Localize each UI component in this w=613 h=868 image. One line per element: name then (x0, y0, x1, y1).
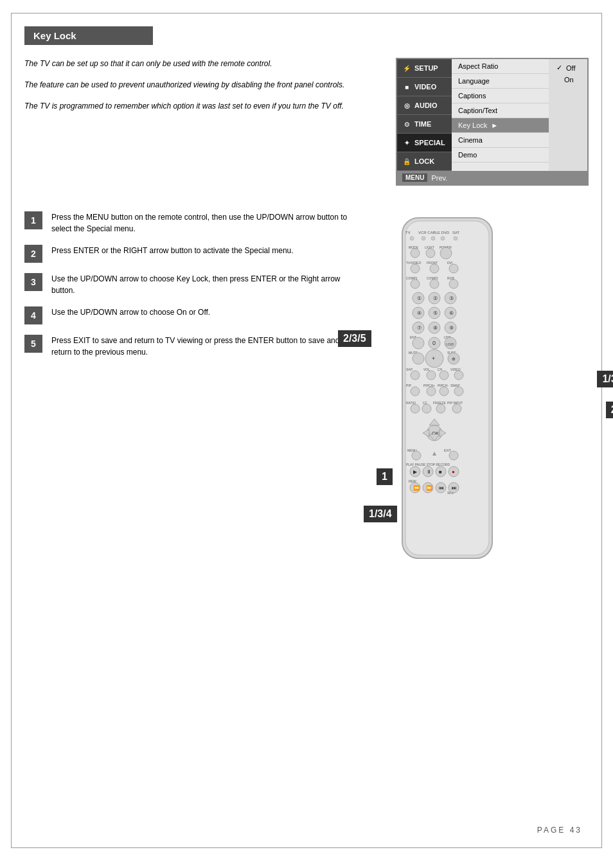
page-title: Key Lock (33, 30, 76, 41)
svg-point-9 (454, 236, 458, 240)
svg-point-75 (454, 387, 463, 396)
step-5-text: Press EXIT to save and return to TV view… (51, 335, 351, 358)
svg-point-83 (452, 404, 461, 413)
page-number: PAGE 43 (537, 826, 582, 835)
svg-point-63 (427, 371, 436, 380)
menu-option-captions[interactable]: Captions (452, 89, 549, 103)
svg-text:SAT: SAT (452, 231, 460, 235)
svg-text:PIPCH+: PIPCH+ (423, 384, 435, 387)
svg-text:USB: USB (446, 342, 454, 346)
badge-1-bottom: 1 (377, 468, 393, 485)
svg-point-65 (440, 371, 449, 380)
svg-point-27 (449, 279, 458, 288)
menu-button-label[interactable]: MENU (402, 173, 427, 182)
step-5: 5 Press EXIT to save and return to TV vi… (24, 335, 351, 358)
menu-submenu: Off On (549, 59, 587, 171)
badge-235: 2/3/5 (338, 330, 371, 347)
svg-text:⏭: ⏭ (452, 485, 457, 491)
lock-icon: 🔒 (402, 157, 411, 166)
svg-point-21 (449, 264, 458, 273)
menu-right-area: Aspect Ratio Language Captions Caption/T… (452, 59, 587, 171)
step-3: 3 Use the UP/DOWN arrow to choose Key Lo… (24, 273, 351, 296)
svg-text:⑤: ⑤ (433, 310, 438, 316)
svg-text:⑧: ⑧ (433, 325, 438, 331)
description-para3: The TV is programmed to remember which o… (24, 100, 377, 112)
svg-point-79 (422, 404, 431, 413)
remote-svg-container: 2/3/5 1 1/3/4 1/3/4 2/3 5 (383, 211, 576, 574)
svg-point-19 (430, 264, 439, 273)
step-2-text: Press ENTER or the RIGHT arrow button to… (51, 245, 294, 256)
remote-svg: TV VCR CABLE DVD SAT MODE LIGHT POWER (383, 211, 511, 571)
svg-point-94 (449, 451, 458, 460)
svg-text:⑦: ⑦ (417, 325, 422, 331)
menu-option-language[interactable]: Language (452, 74, 549, 89)
svg-text:0: 0 (432, 340, 436, 346)
svg-text:③: ③ (449, 296, 454, 301)
step-1-text: Press the MENU button on the remote cont… (51, 211, 351, 235)
key-lock-arrow: ► (491, 121, 498, 129)
menu-option-key-lock[interactable]: Key Lock ► (452, 118, 549, 133)
description-para2: The feature can be used to prevent unaut… (24, 79, 377, 91)
menu-item-audio[interactable]: ◎ AUDIO (397, 96, 452, 115)
menu-item-special[interactable]: ✦ SPECIAL (397, 134, 452, 152)
menu-item-lock[interactable]: 🔒 LOCK (397, 152, 452, 171)
svg-point-25 (430, 279, 439, 288)
svg-text:VOL: VOL (423, 368, 430, 371)
menu-option-demo[interactable]: Demo (452, 148, 549, 163)
svg-text:②: ② (433, 296, 438, 301)
step-5-number: 5 (24, 335, 42, 353)
svg-point-17 (411, 264, 420, 273)
setup-icon: ⚡ (402, 64, 411, 73)
svg-point-61 (411, 371, 420, 380)
menu-option-caption-text[interactable]: Caption/Text (452, 103, 549, 118)
svg-point-13 (426, 249, 435, 258)
menu-item-video[interactable]: ■ VIDEO (397, 78, 452, 96)
section-header: Key Lock (24, 26, 153, 45)
svg-text:■: ■ (439, 469, 442, 475)
svg-point-6 (431, 236, 435, 240)
step-3-text: Use the UP/DOWN arrow to choose Key Lock… (51, 273, 351, 296)
description-para1: The TV can be set up so that it can only… (24, 58, 377, 70)
submenu-on[interactable]: On (554, 74, 582, 85)
svg-point-5 (422, 236, 425, 240)
badge-134-right: 1/3/4 (597, 371, 613, 387)
svg-text:COMP2: COMP2 (427, 276, 438, 280)
svg-point-15 (440, 247, 452, 259)
svg-text:④: ④ (417, 310, 422, 316)
menu-item-time[interactable]: ⊙ TIME (397, 115, 452, 134)
svg-text:▶: ▶ (413, 469, 418, 475)
svg-text:●: ● (452, 469, 455, 475)
svg-text:CH: CH (438, 368, 443, 371)
svg-text:PIP INPUT: PIP INPUT (447, 401, 463, 405)
svg-text:⏪: ⏪ (413, 484, 420, 491)
special-icon: ✦ (402, 138, 411, 147)
svg-text:⏸: ⏸ (426, 469, 431, 475)
badge-23-right: 2/3 (606, 402, 613, 418)
svg-text:⏮: ⏮ (439, 485, 444, 491)
menu-item-setup[interactable]: ⚡ SETUP (397, 59, 452, 78)
svg-point-81 (436, 404, 445, 413)
svg-text:EXIT: EXIT (444, 448, 451, 452)
steps-section: 1 Press the MENU button on the remote co… (24, 211, 589, 574)
step-2-number: 2 (24, 245, 42, 263)
menu-footer: MENU Prev. (397, 171, 587, 184)
menu-option-aspect[interactable]: Aspect Ratio (452, 59, 549, 74)
time-icon: ⊙ (402, 120, 411, 128)
step-1-number: 1 (24, 211, 42, 229)
step-4: 4 Use the UP/DOWN arrow to choose On or … (24, 306, 351, 324)
svg-text:①: ① (417, 296, 422, 301)
audio-icon: ◎ (402, 101, 411, 110)
svg-point-7 (441, 236, 445, 240)
step-4-number: 4 (24, 306, 42, 324)
menu-option-cinema[interactable]: Cinema (452, 133, 549, 148)
step-2: 2 Press ENTER or the RIGHT arrow button … (24, 245, 351, 263)
description-area: The TV can be set up so that it can only… (24, 58, 377, 186)
menu-ui: ⚡ SETUP ■ VIDEO ◎ AUDIO ⊙ TIME (396, 58, 589, 186)
svg-point-69 (411, 387, 420, 396)
remote-area: 2/3/5 1 1/3/4 1/3/4 2/3 5 (370, 211, 589, 574)
submenu-off[interactable]: Off (554, 62, 582, 74)
svg-point-11 (411, 249, 420, 258)
svg-text:DVI: DVI (447, 261, 452, 265)
svg-point-3 (410, 236, 414, 240)
svg-text:⊕: ⊕ (452, 357, 456, 361)
